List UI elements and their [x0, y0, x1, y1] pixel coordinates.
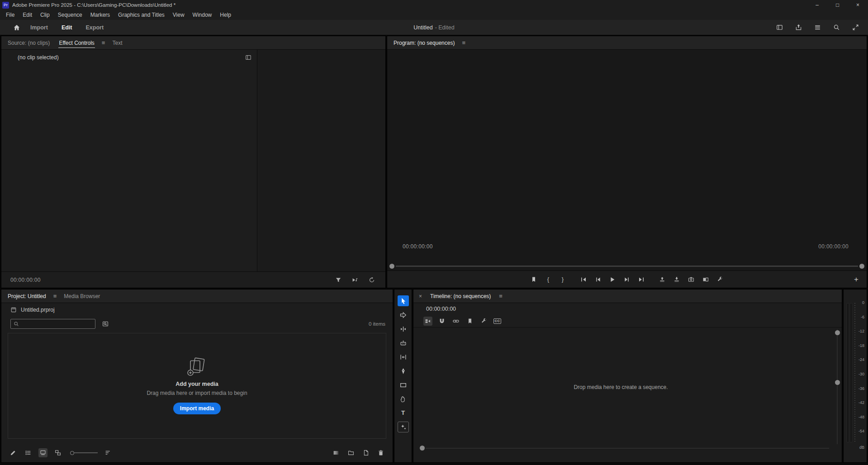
go-to-in-icon[interactable]	[579, 275, 588, 285]
panel-menu-icon[interactable]: ≡	[99, 40, 108, 46]
vscroll-handle-bottom[interactable]	[835, 380, 840, 385]
zoom-handle-right[interactable]	[859, 264, 864, 269]
menu-sequence[interactable]: Sequence	[54, 10, 86, 20]
menu-clip[interactable]: Clip	[36, 10, 54, 20]
minimize-button[interactable]: –	[807, 0, 827, 10]
delete-icon[interactable]	[376, 448, 385, 457]
slip-tool[interactable]	[398, 351, 409, 362]
sort-icons-icon[interactable]	[104, 448, 113, 457]
mark-in-icon[interactable]: {	[543, 275, 553, 285]
search-bin-icon[interactable]	[101, 319, 110, 328]
tab-effect-controls[interactable]: Effect Controls	[54, 36, 99, 49]
effect-controls-footer-icons	[334, 275, 376, 285]
export-frame-icon[interactable]	[686, 275, 696, 285]
menu-graphics-and-titles[interactable]: Graphics and Titles	[114, 10, 169, 20]
doc-status: - Edited	[435, 24, 455, 31]
project-writable-icon[interactable]	[9, 448, 18, 457]
tab-media-browser[interactable]: Media Browser	[59, 289, 104, 303]
timeline-vertical-scrollbar[interactable]	[835, 329, 840, 444]
home-button[interactable]	[10, 22, 24, 33]
program-zoom-scrollbar[interactable]	[387, 261, 867, 270]
nest-sequences-icon[interactable]	[423, 317, 432, 326]
audio-meters-panel: 0 -6 -12 -18 -24 -30 -36 -42 -48 -54 dB	[843, 289, 867, 463]
icon-view-icon[interactable]	[38, 448, 47, 457]
panel-menu-icon[interactable]: ≡	[51, 293, 60, 299]
tab-program-monitor[interactable]: Program: (no sequences)	[389, 36, 459, 49]
filter-properties-icon[interactable]	[334, 275, 343, 285]
rectangle-tool[interactable]	[398, 380, 409, 390]
media-drop-zone[interactable]: Add your media Drag media here or import…	[8, 333, 386, 439]
razor-tool[interactable]	[398, 337, 409, 348]
go-to-out-icon[interactable]	[636, 275, 646, 285]
tab-text[interactable]: Text	[108, 36, 127, 49]
menu-view[interactable]: View	[169, 10, 189, 20]
linked-selection-icon[interactable]	[451, 317, 460, 326]
captions-icon[interactable]: CC	[493, 318, 501, 324]
share-icon[interactable]	[795, 24, 802, 31]
comparison-view-icon[interactable]	[701, 275, 711, 285]
project-file-row[interactable]: Untitled.prproj	[1, 303, 393, 317]
extract-icon[interactable]	[672, 275, 682, 285]
hscroll-handle[interactable]	[420, 446, 425, 451]
zoom-track[interactable]	[396, 266, 858, 267]
search-input[interactable]	[21, 321, 92, 327]
mark-out-icon[interactable]: }	[558, 275, 568, 285]
lift-icon[interactable]	[657, 275, 667, 285]
timeline-settings-icon[interactable]	[479, 317, 489, 326]
fullscreen-icon[interactable]	[852, 24, 859, 31]
ripple-edit-tool[interactable]	[398, 323, 409, 334]
step-back-icon[interactable]	[593, 275, 603, 285]
menu-file[interactable]: File	[2, 10, 19, 20]
timeline-view-toggle-icon[interactable]	[245, 54, 251, 61]
freeform-view-icon[interactable]	[53, 448, 62, 457]
hand-tool[interactable]	[398, 394, 409, 404]
menu-help[interactable]: Help	[216, 10, 235, 20]
zoom-slider-knob[interactable]	[70, 451, 74, 455]
vscroll-track[interactable]	[837, 329, 838, 444]
list-view-icon[interactable]	[24, 448, 33, 457]
menu-edit[interactable]: Edit	[19, 10, 36, 20]
snap-icon[interactable]	[437, 317, 446, 326]
tab-edit[interactable]: Edit	[55, 24, 79, 31]
pen-tool[interactable]	[398, 365, 409, 376]
new-bin-icon[interactable]	[346, 448, 356, 457]
hscroll-track[interactable]	[426, 448, 829, 449]
play-audio-icon[interactable]	[351, 275, 360, 285]
add-marker-icon[interactable]	[465, 317, 474, 326]
search-box[interactable]	[10, 319, 95, 329]
timeline-track-area[interactable]: Drop media here to create a sequence.	[413, 327, 842, 462]
tab-timeline[interactable]: Timeline: (no sequences)	[426, 289, 495, 303]
loop-icon[interactable]	[367, 275, 376, 285]
panel-menu-icon[interactable]: ≡	[459, 40, 468, 46]
tab-source-monitor[interactable]: Source: (no clips)	[3, 36, 54, 49]
zoom-handle-left[interactable]	[389, 264, 394, 269]
maximize-button[interactable]: □	[827, 0, 848, 10]
thumbnail-zoom-slider[interactable]	[70, 451, 98, 455]
track-select-forward-tool[interactable]	[398, 309, 409, 320]
generative-extend-tool[interactable]	[398, 422, 409, 432]
workspaces-icon[interactable]	[814, 24, 821, 31]
button-editor-icon[interactable]: +	[851, 275, 861, 285]
zoom-slider-track[interactable]	[74, 452, 98, 453]
automate-to-sequence-icon[interactable]	[332, 448, 341, 457]
search-icon[interactable]	[833, 24, 840, 31]
panel-menu-icon[interactable]: ≡	[496, 293, 505, 299]
type-tool[interactable]: T	[398, 408, 409, 418]
close-button[interactable]: ×	[848, 0, 868, 10]
menu-markers[interactable]: Markers	[86, 10, 114, 20]
add-marker-icon[interactable]	[529, 275, 539, 285]
timeline-horizontal-scrollbar[interactable]	[420, 446, 829, 451]
tab-project[interactable]: Project: Untitled	[3, 289, 51, 303]
tab-import[interactable]: Import	[24, 24, 55, 31]
vscroll-handle-top[interactable]	[835, 330, 840, 335]
selection-tool[interactable]	[398, 295, 409, 306]
panel-close-icon[interactable]: ×	[415, 294, 425, 299]
step-forward-icon[interactable]	[622, 275, 632, 285]
menu-window[interactable]: Window	[189, 10, 216, 20]
new-item-icon[interactable]	[361, 448, 370, 457]
play-icon[interactable]	[607, 275, 617, 285]
panel-layout-icon[interactable]	[776, 24, 783, 31]
import-media-button[interactable]: Import media	[173, 403, 221, 414]
settings-icon[interactable]	[715, 275, 725, 285]
tab-export[interactable]: Export	[79, 24, 111, 31]
